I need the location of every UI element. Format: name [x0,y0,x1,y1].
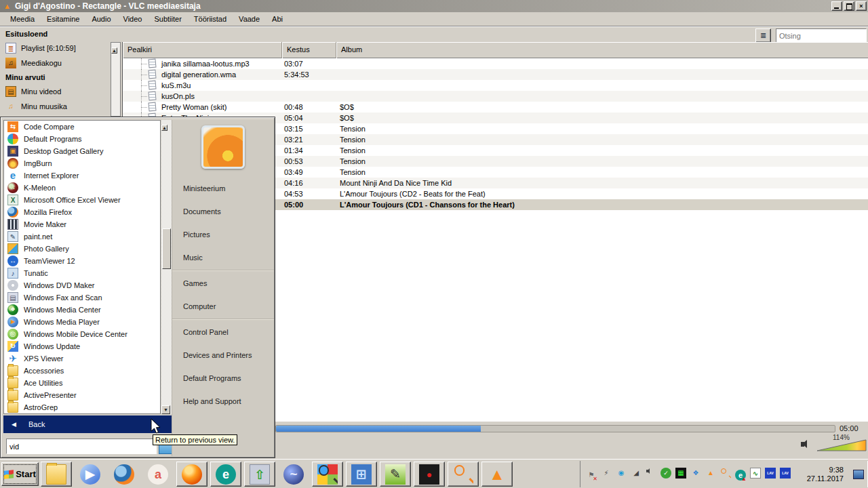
menu-video[interactable]: Video [117,14,149,24]
scroll-down-icon[interactable]: ▼ [161,405,170,414]
playlist-row[interactable]: kuS.m3u [123,80,868,91]
start-menu-item[interactable]: Mozilla Firefox [4,206,160,218]
start-menu-place-ministeerium[interactable]: Ministeerium [172,177,274,200]
start-menu-item[interactable]: AstroGrep [4,401,160,413]
menu-meedia[interactable]: Meedia [4,14,41,24]
playlist-row[interactable]: digital generation.wma5:34:53 [123,69,868,80]
start-menu-item[interactable]: ❖Windows Media Center [4,304,160,316]
screen-recorder-icon-button[interactable]: ● [414,462,445,487]
column-header-kestus[interactable]: Kestus [282,42,336,58]
power-plug-icon[interactable]: ⚡ [601,468,612,481]
start-menu-scrollbar[interactable]: ▲ ▼ [161,120,172,414]
start-menu-item[interactable]: Movie Maker [4,218,160,230]
start-menu-place-pictures[interactable]: Pictures [172,223,274,246]
sidebar-item[interactable]: ♫Minu muusika [0,99,111,114]
lav-icon[interactable]: LAV [765,468,776,481]
scrollbar-thumb[interactable] [162,228,171,269]
display-settings-icon-button[interactable]: ⊞ [346,462,377,487]
eset-tray-icon[interactable]: e▲ [735,468,746,481]
start-menu-item[interactable]: KK-Meleon [4,182,160,194]
start-menu-item[interactable]: Default Programs [4,133,160,145]
seek-bar[interactable] [275,425,835,432]
start-menu-item[interactable]: ▤Windows Fax and Scan [4,291,160,304]
menu-vaade[interactable]: Vaade [233,14,266,24]
seamonkey-icon-button[interactable]: ~ [278,462,309,487]
close-button[interactable]: × [856,1,867,11]
scroll-up-icon[interactable]: ▲ [111,47,117,54]
view-mode-button[interactable]: ≣ [755,28,771,43]
network-signal-icon[interactable]: ◢ [631,468,642,481]
explorer-folder-icon-button[interactable] [41,462,72,487]
firefox-old-icon-button[interactable] [108,462,140,487]
start-menu-item[interactable]: ↻Windows Update [4,340,160,352]
tray-volume-icon[interactable] [646,468,656,481]
start-menu-item[interactable]: XMicrosoft Office Excel Viewer [4,194,160,206]
bluetooth-audio-icon[interactable]: ◉ [616,468,627,481]
monitor-graph-icon[interactable]: ∿ [750,468,761,481]
usb-eject-icon[interactable]: ✓ [660,468,671,481]
sidebar-scrollbar[interactable]: ▲ [111,42,121,117]
start-menu-item[interactable]: Accessories [4,365,160,377]
start-menu-item[interactable]: ImgBurn [4,157,160,169]
column-header-album[interactable]: Album [336,42,868,58]
action-center-icon[interactable]: ⚑✕ [586,468,597,481]
back-button[interactable]: ◀ Back [3,415,172,433]
start-menu-item[interactable]: ▣Desktop Gadget Gallery [4,145,160,157]
sidebar-item[interactable]: ▤Minu videod [0,84,111,99]
volume-icon[interactable] [800,439,811,449]
firefox-new-icon-button[interactable] [176,462,208,487]
start-menu-item[interactable]: ⇆Code Compare [4,121,160,133]
minimize-button[interactable] [831,1,842,11]
tray-clock[interactable]: 9:38 27.11.2017 [807,466,849,483]
sidebar-item[interactable]: ≣Playlist [6:10:59] [0,41,111,56]
start-menu-item[interactable]: Ace Utilities [4,377,160,389]
gpu-activity-icon[interactable]: ▦ [675,468,686,481]
start-menu-place-devices-and-printers[interactable]: Devices and Printers [172,344,274,367]
lav-icon[interactable]: LAV [780,468,791,481]
start-menu-item[interactable]: ✎paint.net [4,230,160,243]
start-menu-place-music[interactable]: Music [172,246,274,269]
start-button[interactable]: Start [1,462,39,486]
restore-button[interactable] [844,1,854,11]
start-menu-place-default-programs[interactable]: Default Programs [172,367,274,390]
menu-esitamine[interactable]: Esitamine [41,14,85,24]
start-menu-search-input[interactable] [6,439,157,454]
search-magnifier-icon-button[interactable] [448,462,479,487]
playlist-row[interactable]: kusOn.pls [123,91,868,102]
start-menu-item[interactable]: eInternet Explorer [4,169,160,182]
eset-icon-button[interactable]: e [210,462,241,487]
start-menu-item[interactable]: ActivePresenter [4,389,160,401]
start-menu-item[interactable]: ◎Windows Mobile Device Center [4,328,160,340]
start-menu-place-control-panel[interactable]: Control Panel [172,321,274,344]
start-menu-item[interactable]: ♪Tunatic [4,267,160,279]
sidebar-item[interactable]: ♫Meediakogu [0,56,111,70]
windows-search-icon-button[interactable] [312,462,343,487]
windows-update-tray-icon[interactable]: ❖ [690,468,701,481]
menu-subtiiter[interactable]: Subtiiter [148,14,187,24]
activepresenter-icon-button[interactable]: a [142,462,174,487]
scroll-up-icon[interactable]: ▲ [161,125,167,131]
column-header-pealkiri[interactable]: Pealkiri [123,42,282,58]
playlist-row[interactable]: Pretty Woman (skit)00:48$O$ [123,102,868,113]
start-menu-place-games[interactable]: Games [172,272,274,295]
start-menu-place-documents[interactable]: Documents [172,200,274,223]
driver-update-icon-button[interactable]: ⇧ [244,462,275,487]
menu-tööriistad[interactable]: Tööriistad [188,14,233,24]
magnifier-tray-icon[interactable] [720,468,731,481]
notepadpp-icon-button[interactable]: ✎ [380,462,411,487]
search-input[interactable] [776,28,867,43]
menu-abi[interactable]: Abi [266,14,289,24]
start-menu-item[interactable]: ✈XPS Viewer [4,352,160,365]
volume-slider[interactable] [816,439,867,451]
start-menu-item[interactable]: ↔TeamViewer 12 [4,255,160,267]
menu-audio[interactable]: Audio [85,14,117,24]
vlc-tray-icon[interactable]: ▲ [705,468,716,481]
vlc-icon-button[interactable]: ▲ [481,462,513,487]
start-menu-item[interactable]: Windows DVD Maker [4,279,160,291]
start-menu-item[interactable]: ▶Windows Media Player [4,316,160,328]
user-avatar[interactable] [201,125,245,169]
playlist-row[interactable]: janika sillamaa-lootus.mp303:07 [123,58,868,69]
show-desktop-button[interactable] [853,470,864,479]
start-menu-item[interactable]: Photo Gallery [4,243,160,255]
start-menu-place-computer[interactable]: Computer [172,295,274,318]
